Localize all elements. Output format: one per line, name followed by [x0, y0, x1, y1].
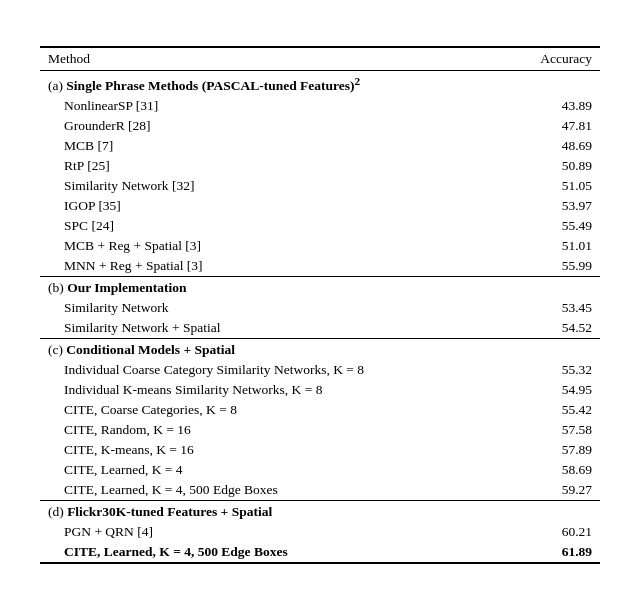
method-cell: CITE, Learned, K = 4, 500 Edge Boxes [40, 480, 505, 501]
table-row: CITE, K-means, K = 1657.89 [40, 440, 600, 460]
method-cell: CITE, Learned, K = 4 [40, 460, 505, 480]
accuracy-cell: 58.69 [505, 460, 600, 480]
method-cell: GrounderR [28] [40, 116, 505, 136]
accuracy-cell: 55.42 [505, 400, 600, 420]
accuracy-cell: 51.05 [505, 176, 600, 196]
table-row: Similarity Network + Spatial54.52 [40, 318, 600, 339]
accuracy-cell: 55.49 [505, 216, 600, 236]
method-cell: Similarity Network + Spatial [40, 318, 505, 339]
method-cell: Individual Coarse Category Similarity Ne… [40, 360, 505, 380]
table-row: MCB [7]48.69 [40, 136, 600, 156]
accuracy-cell: 61.89 [505, 542, 600, 563]
method-cell: PGN + QRN [4] [40, 522, 505, 542]
accuracy-cell: 57.58 [505, 420, 600, 440]
table-row: Individual K-means Similarity Networks, … [40, 380, 600, 400]
table-row: Similarity Network [32]51.05 [40, 176, 600, 196]
section-header-c: (c) Conditional Models + Spatial [40, 338, 600, 360]
table-row: CITE, Coarse Categories, K = 855.42 [40, 400, 600, 420]
accuracy-cell: 47.81 [505, 116, 600, 136]
section-title-d: (d) Flickr30K-tuned Features + Spatial [40, 500, 600, 522]
table-row: CITE, Learned, K = 4, 500 Edge Boxes59.2… [40, 480, 600, 501]
table-row: CITE, Random, K = 1657.58 [40, 420, 600, 440]
table-row: GrounderR [28]47.81 [40, 116, 600, 136]
section-header-b: (b) Our Implementation [40, 276, 600, 298]
method-cell: CITE, Learned, K = 4, 500 Edge Boxes [40, 542, 505, 563]
table-row: CITE, Learned, K = 458.69 [40, 460, 600, 480]
accuracy-cell: 55.32 [505, 360, 600, 380]
table-row: MCB + Reg + Spatial [3]51.01 [40, 236, 600, 256]
method-cell: MNN + Reg + Spatial [3] [40, 256, 505, 277]
accuracy-cell: 60.21 [505, 522, 600, 542]
accuracy-cell: 48.69 [505, 136, 600, 156]
accuracy-cell: 53.97 [505, 196, 600, 216]
results-table: Method Accuracy (a) Single Phrase Method… [40, 46, 600, 564]
table-row: NonlinearSP [31]43.89 [40, 96, 600, 116]
section-header-a: (a) Single Phrase Methods (PASCAL-tuned … [40, 71, 600, 96]
method-cell: CITE, K-means, K = 16 [40, 440, 505, 460]
table-row: CITE, Learned, K = 4, 500 Edge Boxes61.8… [40, 542, 600, 563]
accuracy-cell: 51.01 [505, 236, 600, 256]
table-row: RtP [25]50.89 [40, 156, 600, 176]
method-cell: CITE, Random, K = 16 [40, 420, 505, 440]
accuracy-cell: 57.89 [505, 440, 600, 460]
method-cell: RtP [25] [40, 156, 505, 176]
method-cell: Similarity Network [40, 298, 505, 318]
table-row: PGN + QRN [4]60.21 [40, 522, 600, 542]
accuracy-cell: 55.99 [505, 256, 600, 277]
accuracy-cell: 54.95 [505, 380, 600, 400]
method-header: Method [40, 47, 505, 71]
table-row: MNN + Reg + Spatial [3]55.99 [40, 256, 600, 277]
method-cell: MCB [7] [40, 136, 505, 156]
accuracy-cell: 59.27 [505, 480, 600, 501]
method-cell: SPC [24] [40, 216, 505, 236]
accuracy-cell: 50.89 [505, 156, 600, 176]
table-row: IGOP [35]53.97 [40, 196, 600, 216]
method-cell: IGOP [35] [40, 196, 505, 216]
accuracy-cell: 53.45 [505, 298, 600, 318]
method-cell: MCB + Reg + Spatial [3] [40, 236, 505, 256]
table-row: Individual Coarse Category Similarity Ne… [40, 360, 600, 380]
table-row: SPC [24]55.49 [40, 216, 600, 236]
accuracy-header: Accuracy [505, 47, 600, 71]
table-wrapper: Method Accuracy (a) Single Phrase Method… [40, 46, 600, 564]
section-title-b: (b) Our Implementation [40, 276, 600, 298]
section-header-d: (d) Flickr30K-tuned Features + Spatial [40, 500, 600, 522]
method-cell: Similarity Network [32] [40, 176, 505, 196]
method-cell: CITE, Coarse Categories, K = 8 [40, 400, 505, 420]
method-cell: NonlinearSP [31] [40, 96, 505, 116]
method-cell: Individual K-means Similarity Networks, … [40, 380, 505, 400]
accuracy-cell: 54.52 [505, 318, 600, 339]
table-row: Similarity Network53.45 [40, 298, 600, 318]
table-header-row: Method Accuracy [40, 47, 600, 71]
accuracy-cell: 43.89 [505, 96, 600, 116]
section-title-a: (a) Single Phrase Methods (PASCAL-tuned … [40, 71, 600, 96]
section-title-c: (c) Conditional Models + Spatial [40, 338, 600, 360]
